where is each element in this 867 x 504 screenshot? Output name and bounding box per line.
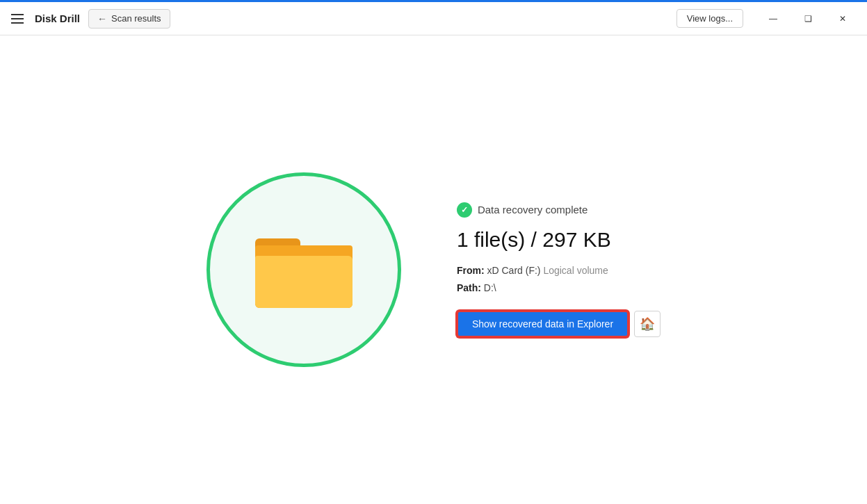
title-bar: Disk Drill ← Scan results View logs... —… <box>0 2 867 35</box>
from-source: xD Card (F:) <box>487 265 544 276</box>
main-content: Data recovery complete 1 file(s) / 297 K… <box>0 35 867 504</box>
info-panel: Data recovery complete 1 file(s) / 297 K… <box>457 202 661 337</box>
files-count: 1 file(s) / 297 KB <box>457 227 661 252</box>
recovery-status-text: Data recovery complete <box>478 204 588 216</box>
title-bar-left: Disk Drill ← Scan results <box>8 9 676 29</box>
minimize-button[interactable]: — <box>757 8 789 30</box>
folder-front <box>255 256 353 308</box>
check-circle-icon <box>457 202 472 218</box>
menu-icon[interactable] <box>8 11 26 26</box>
from-line: From: xD Card (F:) Logical volume <box>457 262 661 279</box>
home-icon: 🏠 <box>640 316 655 332</box>
path-line: Path: D:\ <box>457 279 661 297</box>
show-recovered-data-button[interactable]: Show recovered data in Explorer <box>457 311 629 337</box>
view-logs-button[interactable]: View logs... <box>676 9 743 28</box>
home-button[interactable]: 🏠 <box>634 311 661 337</box>
recovery-status: Data recovery complete <box>457 202 661 218</box>
maximize-button[interactable]: ❑ <box>792 8 824 30</box>
back-arrow-icon: ← <box>97 13 107 24</box>
path-label: Path: <box>457 282 484 293</box>
from-label: From: <box>457 265 487 276</box>
scan-results-button[interactable]: ← Scan results <box>88 9 170 29</box>
folder-icon <box>255 231 353 308</box>
from-info: From: xD Card (F:) Logical volume Path: … <box>457 262 661 297</box>
app-title: Disk Drill <box>35 13 80 24</box>
folder-illustration <box>206 172 401 367</box>
close-button[interactable]: ✕ <box>827 8 859 30</box>
path-value: D:\ <box>484 282 496 293</box>
title-bar-right: View logs... — ❑ ✕ <box>676 8 859 30</box>
from-detail: Logical volume <box>543 265 608 276</box>
scan-results-label: Scan results <box>111 13 161 24</box>
actions-row: Show recovered data in Explorer 🏠 <box>457 311 661 337</box>
